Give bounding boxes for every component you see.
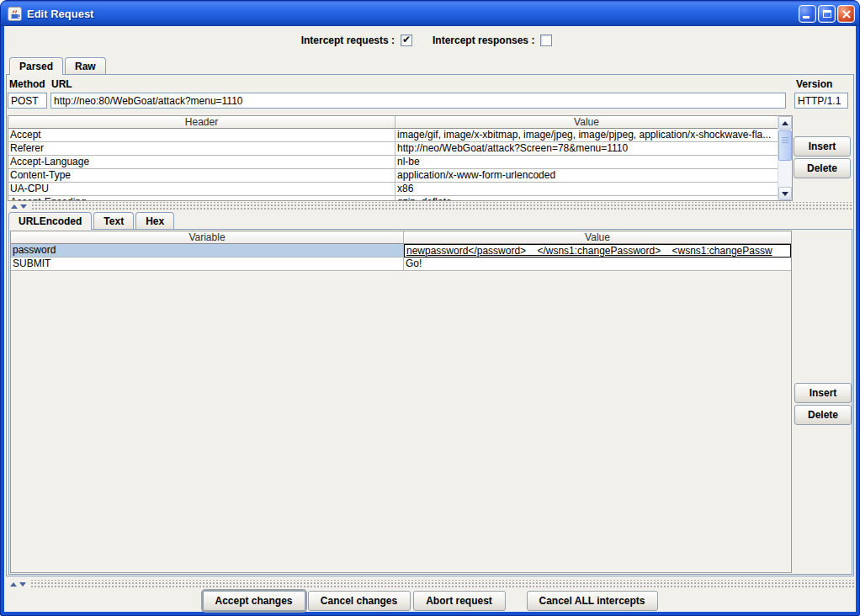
table-row[interactable]: Accept-Language nl-be bbox=[8, 156, 778, 169]
accept-changes-button[interactable]: Accept changes bbox=[203, 591, 305, 611]
tab-text[interactable]: Text bbox=[93, 212, 134, 229]
tab-urlencoded[interactable]: URLEncoded bbox=[8, 212, 92, 230]
window-controls bbox=[799, 5, 855, 23]
column-header-value[interactable]: Value bbox=[404, 231, 791, 244]
headers-table-body: Accept image/gif, image/x-xbitmap, image… bbox=[8, 129, 778, 201]
headers-insert-button[interactable]: Insert bbox=[794, 136, 851, 157]
window-title: Edit Request bbox=[27, 8, 799, 20]
minimize-icon bbox=[803, 16, 810, 19]
cancel-changes-button[interactable]: Cancel changes bbox=[308, 591, 411, 611]
table-row[interactable]: Accept image/gif, image/x-xbitmap, image… bbox=[8, 129, 778, 142]
header-value-cell[interactable]: nl-be bbox=[395, 156, 778, 169]
close-button[interactable] bbox=[837, 5, 855, 23]
header-name-cell[interactable]: UA-CPU bbox=[8, 183, 395, 196]
column-header-header[interactable]: Header bbox=[8, 116, 395, 129]
collapse-down-icon[interactable] bbox=[20, 204, 27, 209]
param-name-cell[interactable]: SUBMIT bbox=[11, 258, 404, 271]
close-icon bbox=[838, 6, 854, 22]
divider-arrows bbox=[6, 580, 31, 588]
collapse-up-icon[interactable] bbox=[11, 204, 18, 209]
table-row[interactable]: SUBMIT Go! bbox=[11, 258, 791, 271]
request-view-tabs: Parsed Raw bbox=[9, 56, 108, 74]
url-label: URL bbox=[51, 78, 72, 90]
header-value-cell[interactable]: image/gif, image/x-xbitmap, image/jpeg, … bbox=[395, 129, 778, 142]
table-row[interactable]: Accept-Encoding gzip, deflate bbox=[8, 196, 778, 201]
scroll-down-button[interactable] bbox=[778, 187, 792, 200]
cancel-all-intercepts-button[interactable]: Cancel ALL intercepts bbox=[527, 591, 658, 611]
header-name-cell[interactable]: Accept-Encoding bbox=[8, 196, 395, 201]
param-value-cell-editing[interactable]: newpassword</password> </wsns1:changePas… bbox=[404, 244, 791, 258]
intercept-options-row: Intercept requests : Intercept responses… bbox=[4, 28, 856, 53]
method-label: Method bbox=[9, 78, 45, 90]
minimize-button[interactable] bbox=[799, 5, 816, 23]
table-row[interactable]: UA-CPU x86 bbox=[8, 183, 778, 196]
tab-hex[interactable]: Hex bbox=[135, 212, 174, 229]
parsed-tab-panel: Method URL Version Header Value Accept i… bbox=[6, 74, 854, 576]
headers-table-scrollpane: Header Value Accept image/gif, image/x-x… bbox=[8, 115, 793, 201]
scroll-up-icon bbox=[782, 121, 788, 125]
intercept-responses-label: Intercept responses : bbox=[433, 35, 534, 46]
version-label: Version bbox=[796, 78, 832, 90]
divider-arrows bbox=[7, 202, 32, 210]
header-value-cell[interactable]: http://neo/WebGoat/attack?Screen=78&menu… bbox=[395, 142, 778, 156]
param-value-cell[interactable]: Go! bbox=[404, 258, 791, 271]
dialog-content: Intercept requests : Intercept responses… bbox=[4, 26, 856, 612]
header-value-cell[interactable]: x86 bbox=[395, 183, 778, 196]
params-table-scrollpane: Variable Value password newpassword</pas… bbox=[10, 231, 792, 573]
headers-table-header: Header Value bbox=[8, 116, 778, 129]
header-name-cell[interactable]: Accept-Language bbox=[8, 156, 395, 169]
column-header-variable[interactable]: Variable bbox=[11, 231, 404, 244]
header-name-cell[interactable]: Content-Type bbox=[8, 169, 395, 183]
tab-parsed[interactable]: Parsed bbox=[9, 57, 63, 75]
intercept-responses-checkbox[interactable] bbox=[540, 35, 552, 46]
maximize-button[interactable] bbox=[818, 5, 836, 23]
split-divider[interactable] bbox=[7, 202, 853, 210]
table-row[interactable]: Referer http://neo/WebGoat/attack?Screen… bbox=[8, 142, 778, 156]
column-header-value[interactable]: Value bbox=[395, 116, 778, 129]
intercept-requests-checkbox[interactable] bbox=[401, 35, 412, 46]
table-row[interactable]: Content-Type application/x-www-form-urle… bbox=[8, 169, 778, 183]
split-divider[interactable] bbox=[6, 580, 854, 588]
java-app-icon bbox=[8, 7, 22, 21]
intercept-requests-label: Intercept requests : bbox=[301, 35, 395, 46]
abort-request-button[interactable]: Abort request bbox=[413, 591, 506, 611]
header-name-cell[interactable]: Accept bbox=[8, 129, 395, 142]
scroll-up-button[interactable] bbox=[778, 116, 792, 130]
param-name-cell[interactable]: password bbox=[11, 244, 404, 258]
maximize-icon bbox=[823, 10, 831, 18]
scrollbar-thumb[interactable] bbox=[778, 130, 792, 161]
collapse-up-icon[interactable] bbox=[10, 582, 17, 587]
params-delete-button[interactable]: Delete bbox=[794, 405, 852, 425]
params-insert-button[interactable]: Insert bbox=[794, 383, 852, 403]
title-bar[interactable]: Edit Request bbox=[1, 1, 859, 26]
edit-request-window: Edit Request Intercept requests : Interc… bbox=[0, 0, 860, 616]
content-view-tabs: URLEncoded Text Hex bbox=[8, 211, 176, 229]
collapse-down-icon[interactable] bbox=[19, 582, 26, 587]
action-button-bar: Accept changes Cancel changes Abort requ… bbox=[4, 590, 856, 612]
headers-delete-button[interactable]: Delete bbox=[794, 158, 851, 178]
headers-vertical-scrollbar[interactable] bbox=[778, 116, 792, 200]
url-field[interactable] bbox=[50, 93, 786, 109]
params-table-header: Variable Value bbox=[11, 231, 791, 244]
header-value-cell[interactable]: gzip, deflate bbox=[395, 196, 778, 201]
version-field[interactable] bbox=[794, 93, 848, 109]
scroll-down-icon bbox=[782, 192, 788, 196]
method-field[interactable] bbox=[8, 93, 47, 109]
header-value-cell[interactable]: application/x-www-form-urlencoded bbox=[395, 169, 778, 183]
tab-raw[interactable]: Raw bbox=[65, 57, 106, 74]
urlencoded-tab-panel: Variable Value password newpassword</pas… bbox=[8, 229, 852, 575]
table-row[interactable]: password newpassword</password> </wsns1:… bbox=[11, 244, 791, 258]
header-name-cell[interactable]: Referer bbox=[8, 142, 395, 156]
